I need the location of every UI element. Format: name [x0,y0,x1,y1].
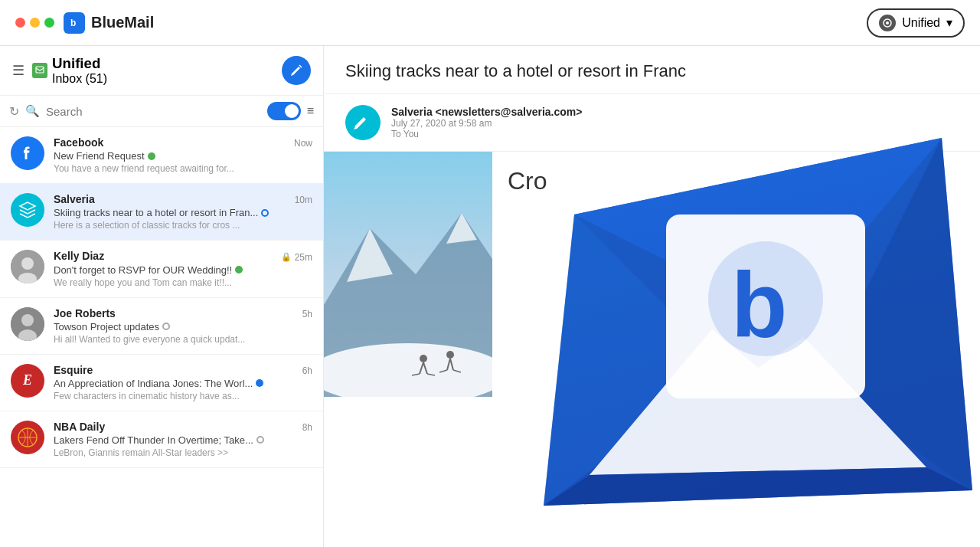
status-dot-kelly [235,266,243,274]
titlebar: b BlueMail Unified ▾ [0,0,980,46]
dropdown-arrow-icon: ▾ [946,15,952,30]
email-time-facebook: Now [294,138,312,149]
svg-point-5 [17,142,38,164]
unified-inbox: Unified Inbox (51) [32,55,107,86]
avatar-salveria [11,193,44,227]
search-input[interactable] [46,105,261,118]
mountain-image [324,152,492,397]
email-item-salveria[interactable]: Salveria 10m Skiing tracks near to a hot… [0,184,323,241]
search-icon: 🔍 [25,104,40,118]
email-subject-kelly: Don't forget to RSVP for OUR Wedding!! [54,264,312,276]
email-item-nba[interactable]: NBA Daily 8h Lakers Fend Off Thunder In … [0,411,323,468]
email-item-facebook[interactable]: Facebook Now New Friend Request You have… [0,127,323,184]
filter-icon[interactable]: ≡ [307,104,314,118]
avatar-joe [11,307,44,341]
unified-button[interactable]: Unified ▾ [867,8,965,38]
unified-icon [879,15,896,31]
svg-point-24 [446,351,454,359]
status-dot-esquire [256,379,263,387]
unified-inbox-icon [32,63,47,78]
email-sender-joe: Joe Roberts [54,307,116,319]
email-list: Facebook Now New Friend Request You have… [0,127,323,547]
inbox-count: Inbox (51) [52,72,107,86]
lock-icon-kelly: 🔒 [281,252,292,262]
svg-point-18 [324,343,492,397]
email-time-esquire: 6h [302,365,312,376]
email-preview-joe: Hi all! Wanted to give everyone a quick … [54,334,312,345]
email-content-esquire: Esquire 6h An Appreciation of Indiana Jo… [54,364,312,401]
email-item-esquire[interactable]: E Esquire 6h An Appreciation of Indiana … [0,355,323,411]
envelope-svg: b [513,92,980,547]
email-item-kelly[interactable]: Kelly Diaz 🔒 25m Don't forget to RSVP fo… [0,241,323,298]
avatar-facebook [11,136,44,170]
sender-avatar [345,105,381,140]
email-time-salveria: 10m [295,195,312,205]
main-layout: ☰ Unified Inbox (51) ↻ 🔍 [0,46,980,547]
email-top-joe: Joe Roberts 5h [54,307,312,319]
email-subject-facebook: New Friend Request [54,150,312,162]
email-time-joe: 5h [302,309,312,319]
bluemail-overlay: b [513,92,980,547]
svg-text:b: b [70,18,76,28]
titlebar-left: b BlueMail [15,12,154,34]
email-title: Skiing tracks near to a hotel or resort … [345,61,959,81]
svg-rect-4 [36,67,44,73]
sidebar-header-left: ☰ Unified Inbox (51) [12,55,107,86]
email-preview-nba: LeBron, Giannis remain All-Star leaders … [54,447,312,458]
traffic-lights [15,18,54,28]
email-content-facebook: Facebook Now New Friend Request You have… [54,136,312,174]
app-name: BlueMail [91,14,154,31]
email-subject-joe: Towson Project updates [54,321,312,332]
avatar-kelly [11,250,44,283]
email-time-nba: 8h [302,422,312,433]
status-dot-facebook [148,152,155,160]
email-sender-kelly: Kelly Diaz [54,250,104,262]
email-content-nba: NBA Daily 8h Lakers Fend Off Thunder In … [54,421,312,458]
email-top-facebook: Facebook Now [54,136,312,149]
app-logo-icon: b [64,12,85,34]
search-bar: ↻ 🔍 ≡ [0,96,323,127]
email-preview-esquire: Few characters in cinematic history have… [54,391,312,401]
maximize-button[interactable] [44,18,54,28]
svg-point-7 [21,257,34,270]
hamburger-icon[interactable]: ☰ [12,62,24,79]
email-preview-facebook: You have a new friend request awaiting f… [54,163,312,174]
minimize-button[interactable] [30,18,40,28]
email-subject-nba: Lakers Fend Off Thunder In Overtime; Tak… [54,434,312,446]
status-dot-joe [162,323,170,330]
unified-inbox-text: Unified Inbox (51) [52,55,107,86]
refresh-icon[interactable]: ↻ [9,104,19,119]
app-logo: b BlueMail [64,12,154,34]
email-sender-facebook: Facebook [54,136,103,149]
email-sender-salveria: Salveria [54,193,95,205]
compose-button[interactable] [282,56,311,85]
email-sender-nba: NBA Daily [54,421,105,433]
email-header: Skiing tracks near to a hotel or resort … [324,46,980,94]
svg-point-19 [420,355,427,362]
email-subject-esquire: An Appreciation of Indiana Jones: The Wo… [54,378,312,389]
email-top-esquire: Esquire 6h [54,364,312,376]
close-button[interactable] [15,18,25,28]
sidebar: ☰ Unified Inbox (51) ↻ 🔍 [0,46,324,547]
email-preview-salveria: Here is a selection of classic tracks fo… [54,220,312,231]
email-top-nba: NBA Daily 8h [54,421,312,433]
email-top-kelly: Kelly Diaz 🔒 25m [54,250,312,263]
status-dot-nba [256,436,264,444]
email-sender-esquire: Esquire [54,364,93,376]
status-dot-salveria [261,209,269,217]
email-preview-kelly: We really hope you and Tom can make it!!… [54,277,312,288]
unified-inbox-title: Unified [52,55,107,72]
unified-label: Unified [902,16,940,30]
email-item-joe[interactable]: Joe Roberts 5h Towson Project updates Hi… [0,298,323,355]
email-top-salveria: Salveria 10m [54,193,312,205]
email-time-kelly: 25m [295,252,312,263]
email-content-joe: Joe Roberts 5h Towson Project updates Hi… [54,307,312,345]
svg-text:b: b [731,254,787,356]
sidebar-header: ☰ Unified Inbox (51) [0,46,323,96]
avatar-nba [11,421,44,454]
svg-point-10 [21,314,34,326]
toggle-switch[interactable] [267,102,301,120]
email-content-kelly: Kelly Diaz 🔒 25m Don't forget to RSVP fo… [54,250,312,288]
avatar-esquire: E [11,364,44,398]
svg-point-3 [886,21,889,25]
